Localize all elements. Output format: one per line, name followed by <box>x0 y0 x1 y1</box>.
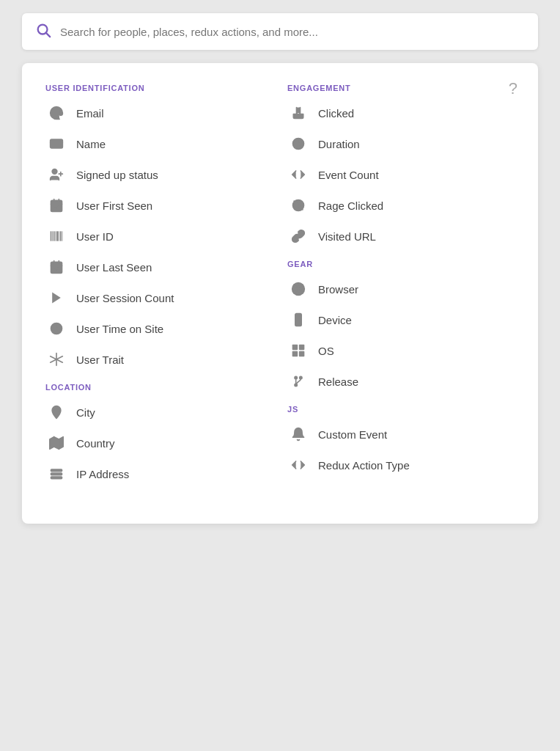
mobile-icon <box>287 312 309 327</box>
at-icon <box>45 106 67 120</box>
code-icon-engagement <box>287 167 309 182</box>
code-icon-js <box>287 458 309 472</box>
svg-rect-51 <box>292 351 298 357</box>
clock-icon-left <box>45 321 67 336</box>
item-user-id-label: User ID <box>76 230 114 243</box>
item-device-label: Device <box>318 314 352 326</box>
svg-point-31 <box>55 409 58 411</box>
item-redux-action-type[interactable]: Redux Action Type <box>287 458 515 472</box>
item-country-label: Country <box>76 437 115 450</box>
item-email-label: Email <box>76 107 104 120</box>
svg-rect-8 <box>51 200 62 211</box>
svg-rect-37 <box>51 477 62 479</box>
link-icon <box>287 229 309 243</box>
help-icon[interactable]: ? <box>509 79 517 98</box>
item-release[interactable]: Release <box>287 374 515 389</box>
svg-rect-16 <box>56 231 59 241</box>
section-title-gear: GEAR <box>287 260 515 268</box>
section-gear: GEAR Browser Device <box>287 260 515 389</box>
item-name-label: Name <box>76 138 106 150</box>
item-device[interactable]: Device <box>287 312 515 327</box>
search-input[interactable] <box>60 26 525 38</box>
item-release-label: Release <box>318 376 358 388</box>
item-user-time-on-site[interactable]: User Time on Site <box>45 321 273 336</box>
item-user-session-count[interactable]: User Session Count <box>45 290 273 305</box>
pointer-icon <box>287 106 309 120</box>
item-ip-address-label: IP Address <box>76 468 129 480</box>
map-icon <box>45 436 67 450</box>
asterisk-icon <box>45 352 67 367</box>
svg-rect-47 <box>295 314 301 326</box>
item-country[interactable]: Country <box>45 436 273 450</box>
play-icon <box>45 290 67 305</box>
clock-icon-right <box>287 136 309 151</box>
svg-point-5 <box>52 169 57 175</box>
section-js: JS Custom Event Redux Action Type <box>287 405 515 472</box>
section-title-js: JS <box>287 405 515 414</box>
svg-rect-19 <box>62 231 63 241</box>
svg-rect-36 <box>51 473 62 475</box>
item-user-id[interactable]: User ID <box>45 229 273 243</box>
section-location: LOCATION City Country IP Address <box>45 383 273 481</box>
section-engagement: ENGAGEMENT Clicked Duration Event Count <box>287 84 515 243</box>
svg-rect-17 <box>59 231 59 241</box>
item-os[interactable]: OS <box>287 343 515 358</box>
item-rage-clicked-label: Rage Clicked <box>318 199 383 212</box>
item-event-count[interactable]: Event Count <box>287 167 515 182</box>
item-user-trait[interactable]: User Trait <box>45 352 273 367</box>
item-redux-action-type-label: Redux Action Type <box>318 459 410 472</box>
calendar-x-icon <box>45 260 67 274</box>
item-user-time-on-site-label: User Time on Site <box>76 323 163 335</box>
item-visited-url-label: Visited URL <box>318 230 376 243</box>
section-user-identification: USER IDENTIFICATION Email Name Signed up… <box>45 84 273 367</box>
item-user-first-seen[interactable]: User First Seen <box>45 198 273 213</box>
search-bar[interactable] <box>22 13 538 50</box>
calendar-check-icon <box>45 198 67 213</box>
user-plus-icon <box>45 167 67 182</box>
item-clicked-label: Clicked <box>318 107 354 120</box>
item-clicked[interactable]: Clicked <box>287 106 515 120</box>
item-visited-url[interactable]: Visited URL <box>287 229 515 243</box>
svg-line-1 <box>46 33 50 37</box>
item-custom-event[interactable]: Custom Event <box>287 427 515 442</box>
item-signed-up-label: Signed up status <box>76 169 158 181</box>
barcode-icon <box>45 229 67 243</box>
layers-icon <box>45 466 67 481</box>
item-rage-clicked[interactable]: Rage Clicked <box>287 198 515 213</box>
ban-icon <box>287 198 309 213</box>
svg-rect-35 <box>51 469 62 472</box>
fork-icon <box>287 374 309 389</box>
item-custom-event-label: Custom Event <box>318 428 387 441</box>
item-user-session-count-label: User Session Count <box>76 292 174 304</box>
section-title-engagement: ENGAGEMENT <box>287 84 515 92</box>
item-signed-up[interactable]: Signed up status <box>45 167 273 182</box>
svg-rect-49 <box>292 345 298 351</box>
right-column: ENGAGEMENT Clicked Duration Event Count <box>280 84 515 497</box>
item-duration-label: Duration <box>318 138 360 150</box>
filter-panel: ? USER IDENTIFICATION Email Name <box>22 63 538 524</box>
svg-rect-18 <box>60 231 62 241</box>
svg-rect-20 <box>51 262 62 273</box>
windows-icon <box>287 343 309 358</box>
item-browser[interactable]: Browser <box>287 282 515 296</box>
card-icon <box>45 136 67 151</box>
item-name[interactable]: Name <box>45 136 273 151</box>
item-browser-label: Browser <box>318 283 358 296</box>
section-title-location: LOCATION <box>45 383 273 392</box>
svg-rect-52 <box>299 351 305 357</box>
svg-marker-26 <box>52 293 61 304</box>
item-user-first-seen-label: User First Seen <box>76 199 152 212</box>
item-city[interactable]: City <box>45 405 273 420</box>
item-city-label: City <box>76 406 95 419</box>
svg-rect-50 <box>299 345 305 351</box>
item-ip-address[interactable]: IP Address <box>45 466 273 481</box>
pin-icon <box>45 405 67 420</box>
section-title-user-identification: USER IDENTIFICATION <box>45 84 273 92</box>
svg-rect-15 <box>55 231 56 241</box>
item-duration[interactable]: Duration <box>287 136 515 151</box>
item-email[interactable]: Email <box>45 106 273 120</box>
item-user-trait-label: User Trait <box>76 353 124 366</box>
svg-rect-14 <box>54 231 55 241</box>
bell-icon <box>287 427 309 442</box>
item-user-last-seen[interactable]: User Last Seen <box>45 260 273 274</box>
